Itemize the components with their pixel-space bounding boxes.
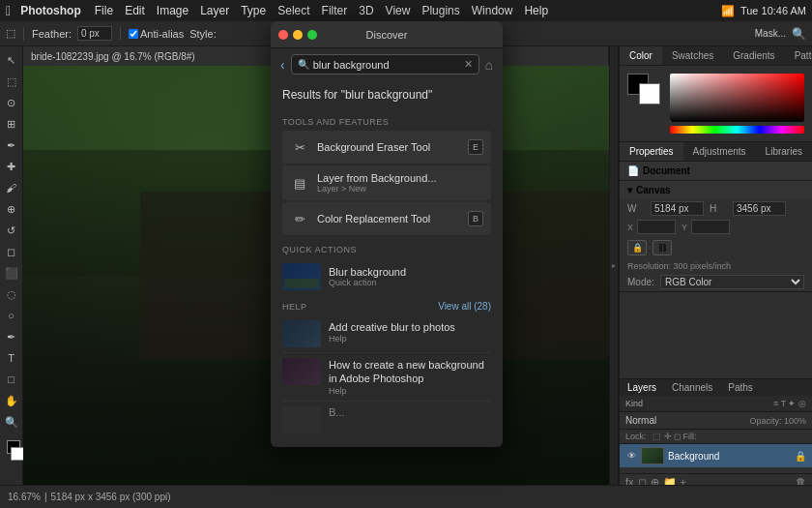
wifi-icon: 📶 (721, 5, 735, 17)
help-section-label: HELP (282, 302, 307, 312)
menu-file[interactable]: File (95, 4, 113, 17)
canvas-height-input[interactable] (733, 201, 786, 216)
system-clock: Tue 10:46 AM (740, 5, 806, 16)
tab-swatches[interactable]: Swatches (662, 46, 723, 65)
antialias-label: Anti-alias (129, 28, 184, 40)
tool-item-layer-from-bg[interactable]: ▤ Layer from Background... Layer > New (282, 165, 491, 200)
zoom-level: 16.67% (8, 492, 41, 502)
crop-tool[interactable]: ⊞ (2, 114, 21, 134)
menu-view[interactable]: View (386, 4, 411, 17)
tool-icon-layer: ▤ (290, 173, 309, 193)
menu-3d[interactable]: 3D (359, 4, 373, 17)
canvas-width-input[interactable] (651, 201, 704, 216)
menu-help[interactable]: Help (524, 4, 548, 17)
move-tool[interactable]: ↖ (2, 50, 21, 70)
help-item-partial[interactable]: B... (282, 402, 491, 438)
tab-properties[interactable]: Properties (620, 142, 683, 161)
lock-aspect-btn[interactable]: ⛓ (652, 240, 672, 255)
separator2 (120, 27, 121, 41)
history-brush-tool[interactable]: ↺ (2, 221, 21, 240)
canvas-header: ▾ Canvas (620, 181, 812, 199)
tab-gradients[interactable]: Gradients (723, 46, 784, 65)
help-item-blur-photos[interactable]: Add creative blur to photos Help (282, 315, 491, 353)
search-icon: 🔍 (298, 59, 309, 70)
search-clear-button[interactable]: ✕ (464, 58, 473, 71)
view-all-link[interactable]: View all (28) (438, 301, 491, 312)
menu-layer[interactable]: Layer (200, 4, 229, 17)
left-toolbar: ↖ ⬚ ⊙ ⊞ ✒ ✚ 🖌 ⊕ ↺ ◻ ⬛ ◌ ○ ✒ T □ ✋ 🔍 (0, 46, 23, 485)
apple-menu[interactable]:  (6, 3, 11, 18)
layers-panel: Layers Channels Paths Kind ≡ T ✦ ◎ Norma… (620, 378, 812, 485)
tab-adjustments[interactable]: Adjustments (683, 142, 756, 161)
canvas-x-input[interactable] (637, 220, 676, 234)
gradient-tool[interactable]: ⬛ (2, 263, 21, 283)
color-panel-tabs: Color Swatches Gradients Patterns (620, 46, 812, 66)
menu-edit[interactable]: Edit (125, 4, 145, 17)
canvas-y-input[interactable] (691, 220, 730, 234)
menu-items: File Edit Image Layer Type Select Filter… (95, 4, 548, 17)
canvas-position-row: X Y (620, 218, 812, 236)
menu-image[interactable]: Image (157, 4, 188, 17)
tool-item-bg-eraser[interactable]: ✂ Background Eraser Tool E (282, 131, 491, 164)
eyedropper-tool[interactable]: ✒ (2, 135, 21, 155)
back-button[interactable]: ‹ (278, 57, 287, 73)
help-item-create-bg[interactable]: How to create a new background in Adobe … (282, 353, 491, 402)
antialias-checkbox[interactable] (129, 29, 138, 39)
tab-libraries[interactable]: Libraries (756, 142, 812, 161)
blur-tool[interactable]: ◌ (2, 284, 21, 304)
menu-select[interactable]: Select (277, 4, 309, 17)
hue-slider[interactable] (670, 126, 804, 134)
app-name: Photoshop (20, 4, 81, 17)
zoom-tool[interactable]: 🔍 (2, 412, 21, 432)
mask-button[interactable]: Mask... (755, 28, 786, 39)
selection-tool[interactable]: ⬚ (2, 72, 21, 91)
tool-icon-eraser: ✂ (290, 137, 309, 157)
help-info-3: B... (329, 406, 345, 418)
fullscreen-button[interactable] (307, 30, 317, 40)
panel-collapse-handle[interactable]: ▸ (609, 46, 619, 485)
eraser-tool[interactable]: ◻ (2, 242, 21, 261)
background-color[interactable] (11, 447, 24, 461)
layer-visibility-icon[interactable]: 👁 (625, 450, 637, 462)
lasso-tool[interactable]: ⊙ (2, 93, 21, 112)
qa-thumbnail (282, 263, 321, 290)
tool-mode-icon: ⬚ (6, 27, 15, 40)
tool-icon-color-replace: ✏ (290, 209, 309, 228)
close-button[interactable] (278, 30, 288, 40)
shape-tool[interactable]: □ (2, 370, 21, 389)
color-mode-select[interactable]: RGB Color (660, 275, 804, 289)
qa-item-blur-bg[interactable]: Blur background Quick action (282, 258, 491, 295)
layer-item-background[interactable]: 👁 Background 🔒 (620, 444, 812, 467)
home-button[interactable]: ⌂ (483, 57, 495, 73)
background-color-box[interactable] (639, 83, 660, 105)
type-tool[interactable]: T (2, 348, 21, 368)
lock-position-btn[interactable]: 🔒 (627, 240, 647, 255)
feather-input[interactable] (77, 26, 112, 41)
tab-channels[interactable]: Channels (664, 379, 720, 396)
menu-window[interactable]: Window (472, 4, 513, 17)
hand-tool[interactable]: ✋ (2, 391, 21, 410)
layers-tabs: Layers Channels Paths (620, 379, 812, 396)
brush-tool[interactable]: 🖌 (2, 178, 21, 197)
quick-actions-label: QUICK ACTIONS (282, 245, 491, 254)
minimize-button[interactable] (293, 30, 303, 40)
search-input-wrap: 🔍 blur background ✕ (291, 54, 479, 75)
search-text-display[interactable]: blur background (313, 59, 460, 71)
menu-type[interactable]: Type (241, 4, 266, 17)
menu-filter[interactable]: Filter (322, 4, 348, 17)
tab-color[interactable]: Color (620, 46, 662, 65)
tool-item-color-replacement[interactable]: ✏ Color Replacement Tool B (282, 202, 491, 235)
healing-tool[interactable]: ✚ (2, 157, 21, 176)
color-picker-area[interactable] (670, 74, 804, 134)
search-icon[interactable]: 🔍 (792, 27, 806, 41)
menu-plugins[interactable]: Plugins (421, 4, 459, 17)
discover-titlebar: Discover (271, 21, 503, 48)
pen-tool[interactable]: ✒ (2, 327, 21, 346)
tab-paths[interactable]: Paths (720, 379, 761, 396)
tab-patterns[interactable]: Patterns (785, 46, 812, 65)
dodge-tool[interactable]: ○ (2, 306, 21, 325)
help-thumbnail-3 (282, 406, 321, 433)
tab-layers[interactable]: Layers (620, 379, 664, 396)
color-panel: Color Swatches Gradients Patterns (620, 46, 812, 142)
clone-tool[interactable]: ⊕ (2, 199, 21, 219)
